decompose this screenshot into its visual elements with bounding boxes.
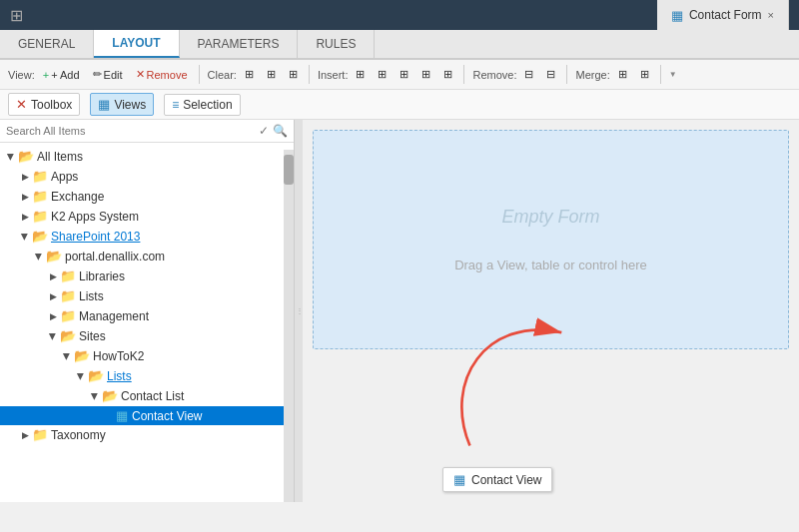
tab-area: ▦ Contact Form × xyxy=(657,0,789,30)
arrow-management: ▶ xyxy=(46,311,60,321)
label-sites: Sites xyxy=(79,329,106,343)
scrollbar-thumb[interactable] xyxy=(284,155,294,185)
label-lists2: Lists xyxy=(107,369,132,383)
remove-btn-1[interactable]: ⊟ xyxy=(519,65,538,84)
tree-node-portal[interactable]: ▶ 📂 portal.denallix.com xyxy=(0,247,284,266)
view-icon: ▦ xyxy=(116,408,128,423)
views-label: Views xyxy=(114,98,146,112)
merge-btn-1[interactable]: ⊞ xyxy=(613,65,632,84)
remove-btn-2[interactable]: ⊟ xyxy=(541,65,560,84)
empty-form-label: Empty Form xyxy=(501,207,599,228)
folder-open-icon-howtok2: 📂 xyxy=(74,348,90,364)
tree-node-management[interactable]: ▶ 📁 Management xyxy=(0,306,284,326)
card-label: Contact View xyxy=(471,473,541,487)
tree-node-sharepoint[interactable]: ▶ 📂 SharePoint 2013 xyxy=(0,227,284,247)
label-contact-view: Contact View xyxy=(132,409,202,423)
folder-icon-libraries: 📁 xyxy=(60,268,76,284)
scrollbar-track[interactable] xyxy=(284,150,294,502)
tree-node-lists[interactable]: ▶ 📁 Lists xyxy=(0,286,284,306)
views-button[interactable]: ▦ Views xyxy=(90,93,154,116)
insert-btn-1[interactable]: ⊞ xyxy=(351,65,370,84)
tab-parameters[interactable]: PARAMETERS xyxy=(180,30,299,58)
insert-label: Insert: xyxy=(318,69,349,81)
tree-node-k2[interactable]: ▶ 📁 K2 Apps System xyxy=(0,207,284,227)
clear-btn-1[interactable]: ⊞ xyxy=(240,65,259,84)
tree-node-sites[interactable]: ▶ 📂 Sites xyxy=(0,326,284,346)
remove-view-button[interactable]: ✕ Remove xyxy=(131,65,193,84)
selection-label: Selection xyxy=(183,98,232,112)
view-label: View: xyxy=(8,69,35,81)
layout-toolbar: View: + + Add ✏ Edit ✕ Remove Clear: ⊞ ⊞… xyxy=(0,60,799,90)
tree-node-howtok2[interactable]: ▶ 📂 HowToK2 xyxy=(0,346,284,366)
label-libraries: Libraries xyxy=(79,269,125,283)
tree-node-lists2[interactable]: ▶ 📂 Lists xyxy=(0,366,284,386)
selection-icon: ≡ xyxy=(172,98,179,112)
toolbox-label: Toolbox xyxy=(31,98,72,112)
app-grid-icon: ⊞ xyxy=(10,6,23,25)
remove-group: Remove: ⊟ ⊟ xyxy=(472,65,567,84)
folder-icon-apps: 📁 xyxy=(32,169,48,185)
arrow-k2: ▶ xyxy=(18,212,32,222)
tree-node-contact-view[interactable]: ▦ Contact View xyxy=(0,406,284,425)
arrow-exchange: ▶ xyxy=(18,192,32,202)
contact-form-tab[interactable]: ▦ Contact Form × xyxy=(657,0,789,30)
folder-open-icon-sites: 📂 xyxy=(60,328,76,344)
tree-node-taxonomy[interactable]: ▶ 📁 Taxonomy xyxy=(0,425,284,445)
merge-group: Merge: ⊞ ⊞ xyxy=(575,65,660,84)
tree-node-contact-list[interactable]: ▶ 📂 Contact List xyxy=(0,386,284,406)
resize-dots-icon: ⋮ xyxy=(296,306,302,315)
folder-open-icon: 📂 xyxy=(18,149,34,165)
arrow-howtok2: ▶ xyxy=(62,349,72,363)
arrow-taxonomy: ▶ xyxy=(18,430,32,440)
tab-layout[interactable]: LAYOUT xyxy=(94,30,179,58)
folder-icon-taxonomy: 📁 xyxy=(32,427,48,443)
label-portal: portal.denallix.com xyxy=(65,250,165,264)
tree-node-all-items[interactable]: ▶ 📂 All Items xyxy=(0,147,284,167)
clear-btn-2[interactable]: ⊞ xyxy=(262,65,281,84)
arrow-portal: ▶ xyxy=(34,250,44,264)
tab-rules[interactable]: RULES xyxy=(298,30,375,58)
add-view-button[interactable]: + + Add xyxy=(38,66,85,84)
card-view-icon: ▦ xyxy=(453,472,465,487)
folder-open-icon-contact-list: 📂 xyxy=(102,388,118,404)
merge-btn-2[interactable]: ⊞ xyxy=(635,65,654,84)
tab-form-icon: ▦ xyxy=(671,8,683,23)
views-icon: ▦ xyxy=(98,97,110,112)
tree-node-libraries[interactable]: ▶ 📁 Libraries xyxy=(0,266,284,286)
folder-open-icon-sharepoint: 📂 xyxy=(32,229,48,245)
folder-open-icon-lists2: 📂 xyxy=(88,368,104,384)
contact-view-card[interactable]: ▦ Contact View xyxy=(442,467,552,492)
search-icons: ✓ 🔍 xyxy=(259,124,288,138)
tab-close-button[interactable]: × xyxy=(768,9,774,21)
label-management: Management xyxy=(79,309,149,323)
insert-btn-5[interactable]: ⊞ xyxy=(438,65,457,84)
search-bar: ✓ 🔍 xyxy=(0,120,294,143)
tab-general[interactable]: GENERAL xyxy=(0,30,94,58)
search-icon[interactable]: 🔍 xyxy=(273,124,288,138)
remove2-label: Remove: xyxy=(472,69,516,81)
selection-button[interactable]: ≡ Selection xyxy=(164,94,240,116)
search-input[interactable] xyxy=(6,125,255,137)
label-k2: K2 Apps System xyxy=(51,210,139,224)
resize-handle[interactable]: ⋮ xyxy=(295,120,303,502)
insert-btn-2[interactable]: ⊞ xyxy=(373,65,392,84)
clear-btn-3[interactable]: ⊞ xyxy=(284,65,303,84)
arrow-sites: ▶ xyxy=(48,329,58,343)
insert-btn-3[interactable]: ⊞ xyxy=(395,65,413,84)
folder-open-icon-portal: 📂 xyxy=(46,249,62,265)
arrow-apps: ▶ xyxy=(18,172,32,182)
tree-node-exchange[interactable]: ▶ 📁 Exchange xyxy=(0,187,284,207)
insert-btn-4[interactable]: ⊞ xyxy=(416,65,435,84)
arrow-all-items: ▶ xyxy=(6,150,16,164)
toolbar-dropdown-arrow[interactable]: ▼ xyxy=(669,70,677,79)
toolbox-button[interactable]: ✕ Toolbox xyxy=(8,93,80,116)
drag-hint-label: Drag a View, table or control here xyxy=(454,258,647,272)
tree-container: ▶ 📂 All Items ▶ 📁 Apps ▶ 📁 Exchange ▶ 📁 … xyxy=(0,143,294,502)
tree-node-apps[interactable]: ▶ 📁 Apps xyxy=(0,167,284,187)
label-all-items: All Items xyxy=(37,150,83,164)
label-lists: Lists xyxy=(79,289,104,303)
tab-label: Contact Form xyxy=(689,8,762,22)
arrow-contact-list: ▶ xyxy=(90,389,100,403)
edit-view-button[interactable]: ✏ Edit xyxy=(88,65,128,84)
form-canvas: Empty Form Drag a View, table or control… xyxy=(313,130,789,349)
